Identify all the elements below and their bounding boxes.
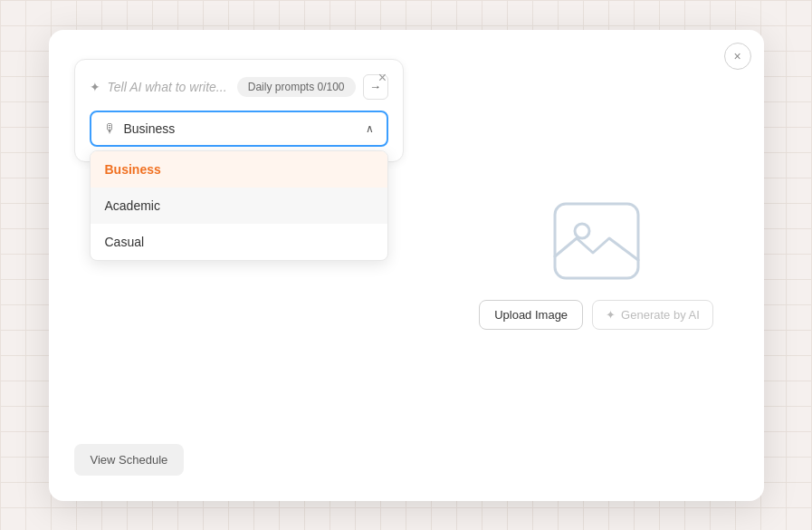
outer-close-icon: × (733, 49, 740, 63)
inner-close-button[interactable]: × (374, 69, 392, 87)
image-placeholder (551, 200, 642, 282)
ai-placeholder-text: Tell AI what to write... (108, 80, 227, 94)
dropdown-item-casual[interactable]: Casual (91, 224, 387, 260)
dropdown-item-academic[interactable]: Academic (91, 188, 387, 224)
mic-icon: 🎙 (104, 121, 117, 136)
left-panel: × ✦ Tell AI what to write... Daily promp… (49, 30, 429, 501)
image-actions: Upload Image ✦ Generate by AI (479, 300, 713, 330)
right-panel: Upload Image ✦ Generate by AI (429, 30, 764, 501)
image-placeholder-icon (551, 200, 642, 282)
inner-card: × ✦ Tell AI what to write... Daily promp… (74, 59, 404, 162)
generate-ai-button[interactable]: ✦ Generate by AI (592, 300, 713, 330)
tone-dropdown-menu: Business Academic Casual (90, 150, 388, 261)
svg-rect-0 (555, 204, 638, 278)
view-schedule-button[interactable]: View Schedule (74, 444, 185, 476)
generate-ai-label: Generate by AI (621, 308, 700, 322)
inner-close-icon: × (378, 70, 387, 86)
ai-header: ✦ Tell AI what to write... Daily prompts… (90, 74, 388, 100)
upload-image-label: Upload Image (494, 308, 568, 322)
daily-prompts-label: Daily prompts 0/100 (248, 81, 345, 93)
ai-sparkle-icon: ✦ (90, 80, 100, 94)
dropdown-selected-value: Business (124, 121, 358, 136)
upload-image-button[interactable]: Upload Image (479, 300, 583, 330)
tone-dropdown-container: 🎙 Business ∧ Business Academic Casual (90, 111, 388, 147)
outer-modal: × × ✦ Tell AI what to write... Daily pro… (49, 30, 764, 501)
dropdown-item-business[interactable]: Business (91, 151, 387, 188)
daily-prompts-badge: Daily prompts 0/100 (237, 77, 356, 97)
view-schedule-label: View Schedule (91, 453, 168, 467)
svg-point-1 (575, 224, 589, 238)
chevron-up-icon: ∧ (366, 122, 374, 135)
tone-dropdown-select[interactable]: 🎙 Business ∧ (90, 111, 388, 147)
outer-close-button[interactable]: × (724, 43, 751, 70)
generate-sparkle-icon: ✦ (606, 308, 616, 322)
